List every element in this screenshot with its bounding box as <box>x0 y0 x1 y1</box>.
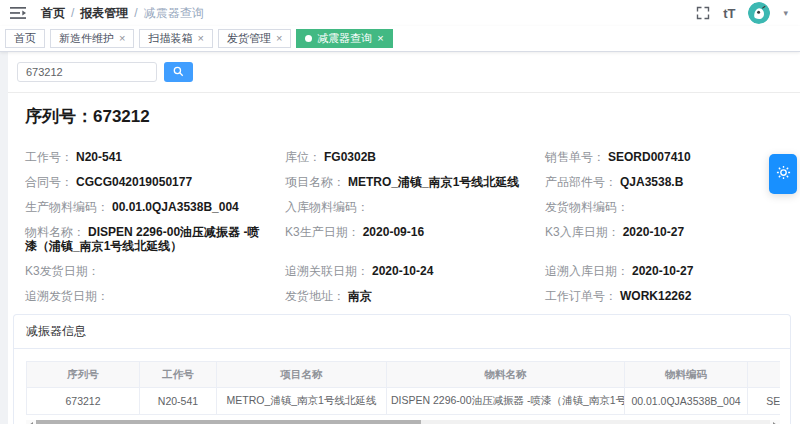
tab-label: 首页 <box>14 31 36 46</box>
field-value: WORK12262 <box>620 289 691 303</box>
tab-scan-packing[interactable]: 扫描装箱 × <box>139 29 212 48</box>
col-work-no: 工作号 <box>140 362 217 388</box>
field-label: 销售单号： <box>545 150 605 164</box>
field-k3-inbound-date: K3入库日期：2020-10-27 <box>545 225 800 253</box>
field-inbound-material-code: 入库物料编码： <box>285 200 545 214</box>
table-header-row: 序列号 工作号 项目名称 物料名称 物料编码 销售单号 <box>27 362 781 388</box>
field-location: 库位：FG0302B <box>285 150 545 164</box>
search-button[interactable] <box>164 62 193 82</box>
navbar-right-tools: tT ▾ <box>696 2 788 24</box>
field-label: 物料名称： <box>25 225 85 239</box>
cell-serial-no: 673212 <box>27 388 140 415</box>
breadcrumb-item-reports[interactable]: 报表管理 <box>80 5 128 22</box>
breadcrumb-item-current: 减震器查询 <box>144 5 204 22</box>
field-work-order-no: 工作订单号：WORK12262 <box>545 289 800 303</box>
scroll-right-arrow[interactable] <box>770 420 780 424</box>
tab-label: 减震器查询 <box>317 31 372 46</box>
col-sales-order: 销售单号 <box>748 362 781 388</box>
field-label: 工作订单号： <box>545 289 617 303</box>
cell-sales-order: SEORD007410 <box>748 388 781 415</box>
tags-view-bar: 首页 新造件维护 × 扫描装箱 × 发货管理 × 减震器查询 × <box>0 26 800 52</box>
fullscreen-icon[interactable] <box>696 6 710 20</box>
field-label: 发货物料编码： <box>545 200 629 214</box>
field-label: 库位： <box>285 150 321 164</box>
content-panel: 序列号：673212 工作号：N20-541 库位：FG0302B 销售单号：S… <box>8 52 800 424</box>
field-label: 合同号： <box>25 175 73 189</box>
field-label: 追溯发货日期： <box>25 289 109 303</box>
serial-search-input[interactable] <box>17 62 157 82</box>
sidebar-toggle-hamburger-icon[interactable] <box>10 6 26 20</box>
detail-fields-grid: 工作号：N20-541 库位：FG0302B 销售单号：SEORD007410 … <box>25 150 800 314</box>
field-label: 生产物料编码： <box>25 200 109 214</box>
page-title-value: 673212 <box>93 107 150 126</box>
search-row <box>8 52 800 93</box>
user-avatar[interactable] <box>748 2 770 24</box>
user-menu-caret-icon[interactable]: ▾ <box>783 8 788 18</box>
scroll-left-arrow[interactable] <box>26 420 36 424</box>
col-material-code: 物料编码 <box>625 362 748 388</box>
breadcrumb-item-home[interactable]: 首页 <box>41 5 65 22</box>
top-navbar: 首页 / 报表管理 / 减震器查询 tT ▾ <box>0 0 800 26</box>
damper-table: 序列号 工作号 项目名称 物料名称 物料编码 销售单号 673212 <box>26 361 780 415</box>
cell-work-no: N20-541 <box>140 388 217 415</box>
page-title-label: 序列号： <box>25 107 93 126</box>
breadcrumb-separator: / <box>71 6 74 20</box>
tab-close-icon[interactable]: × <box>377 33 383 44</box>
cell-project-name: METRO_浦镇_南京1号线北延线 <box>217 388 387 415</box>
active-tab-dot <box>305 35 312 42</box>
tab-new-part-maintenance[interactable]: 新造件维护 × <box>50 29 134 48</box>
field-material-name: 物料名称：DISPEN 2296-00油压减振器 -喷漆（浦镇_南京1号线北延线… <box>25 225 285 253</box>
tab-shipping-management[interactable]: 发货管理 × <box>218 29 291 48</box>
font-size-icon[interactable]: tT <box>723 6 735 21</box>
horizontal-scrollbar[interactable] <box>26 420 780 424</box>
field-trace-inbound-date: 追溯入库日期：2020-10-27 <box>545 264 800 278</box>
field-shipping-address: 发货地址：南京 <box>285 289 545 303</box>
field-label: K3生产日期： <box>285 225 360 239</box>
col-material-name: 物料名称 <box>387 362 625 388</box>
field-label: 项目名称： <box>285 175 345 189</box>
damper-table-viewport: 序列号 工作号 项目名称 物料名称 物料编码 销售单号 673212 <box>26 361 780 415</box>
tab-label: 新造件维护 <box>59 31 114 46</box>
gear-icon <box>776 165 791 183</box>
field-value: 2020-09-16 <box>363 225 424 239</box>
scrollbar-thumb[interactable] <box>36 420 421 424</box>
breadcrumb-separator: / <box>134 6 137 20</box>
field-value: 南京 <box>348 289 372 303</box>
field-shipping-material-code: 发货物料编码： <box>545 200 800 214</box>
table-row: 673212 N20-541 METRO_浦镇_南京1号线北延线 DISPEN … <box>27 388 781 415</box>
damper-info-card: 减振器信息 序列号 工作号 项目名称 物料名称 <box>13 314 791 424</box>
field-product-part-no: 产品部件号：QJA3538.B <box>545 175 800 189</box>
col-serial-no: 序列号 <box>27 362 140 388</box>
field-trace-link-date: 追溯关联日期：2020-10-24 <box>285 264 545 278</box>
field-label: 入库物料编码： <box>285 200 369 214</box>
tab-home[interactable]: 首页 <box>5 29 45 48</box>
tab-label: 扫描装箱 <box>148 31 192 46</box>
tab-damper-query-active[interactable]: 减震器查询 × <box>296 29 392 48</box>
breadcrumb: 首页 / 报表管理 / 减震器查询 <box>41 5 204 22</box>
field-k3-shipping-date: K3发货日期： <box>25 264 285 278</box>
field-value: 2020-10-27 <box>632 264 693 278</box>
field-value: 2020-10-24 <box>372 264 433 278</box>
field-value: METRO_浦镇_南京1号线北延线 <box>348 175 519 189</box>
cell-material-name: DISPEN 2296-00油压减振器 -喷漆（浦镇_南京1号线北延线） <box>387 388 625 415</box>
tab-close-icon[interactable]: × <box>276 33 282 44</box>
col-project-name: 项目名称 <box>217 362 387 388</box>
page-title: 序列号：673212 <box>25 105 800 128</box>
tab-close-icon[interactable]: × <box>197 33 203 44</box>
field-label: 工作号： <box>25 150 73 164</box>
field-k3-production-date: K3生产日期：2020-09-16 <box>285 225 545 253</box>
cell-material-code: 00.01.0QJA3538B_004 <box>625 388 748 415</box>
field-sales-order: 销售单号：SEORD007410 <box>545 150 800 164</box>
field-production-material-code: 生产物料编码：00.01.0QJA3538B_004 <box>25 200 285 214</box>
field-work-no: 工作号：N20-541 <box>25 150 285 164</box>
field-label: 产品部件号： <box>545 175 617 189</box>
tab-label: 发货管理 <box>227 31 271 46</box>
settings-fab-button[interactable] <box>769 154 797 194</box>
magnifier-icon <box>173 65 184 80</box>
tab-close-icon[interactable]: × <box>119 33 125 44</box>
field-project-name: 项目名称：METRO_浦镇_南京1号线北延线 <box>285 175 545 189</box>
main-area: 序列号：673212 工作号：N20-541 库位：FG0302B 销售单号：S… <box>0 52 800 424</box>
field-value: SEORD007410 <box>608 150 691 164</box>
field-value: 00.01.0QJA3538B_004 <box>112 200 239 214</box>
field-value: CGCG042019050177 <box>76 175 192 189</box>
